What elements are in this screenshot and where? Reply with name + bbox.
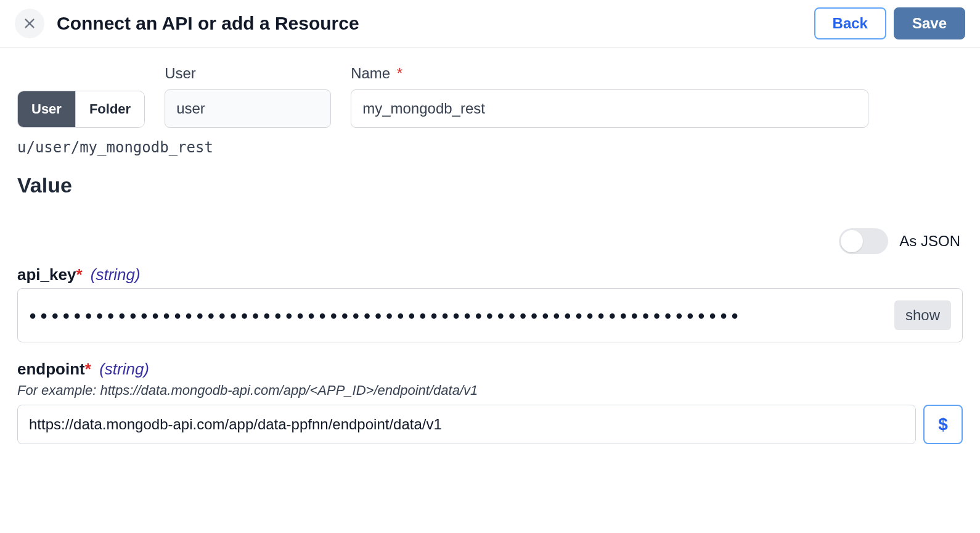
- api-key-type-hint: (string): [91, 265, 141, 284]
- header-actions: Back Save: [814, 7, 965, 39]
- api-key-label: api_key: [17, 265, 76, 284]
- show-api-key-button[interactable]: show: [894, 300, 951, 330]
- close-icon: [23, 17, 36, 30]
- name-field: Name *: [351, 65, 868, 128]
- api-key-field: api_key* (string) ●●●●●●●●●●●●●●●●●●●●●●…: [17, 265, 963, 342]
- endpoint-label: endpoint: [17, 360, 85, 378]
- endpoint-field: endpoint* (string) For example: https://…: [17, 360, 963, 444]
- close-button[interactable]: [15, 9, 44, 38]
- name-label: Name *: [351, 65, 868, 82]
- user-label: User: [165, 65, 331, 82]
- page-title: Connect an API or add a Resource: [57, 13, 802, 34]
- scope-segmented: User Folder: [17, 91, 145, 128]
- save-button[interactable]: Save: [894, 7, 965, 39]
- api-key-masked-value[interactable]: ●●●●●●●●●●●●●●●●●●●●●●●●●●●●●●●●●●●●●●●●…: [29, 309, 887, 321]
- api-key-required-mark: *: [76, 265, 82, 284]
- as-json-label: As JSON: [899, 233, 960, 250]
- endpoint-input[interactable]: [17, 405, 916, 444]
- scope-tab-folder[interactable]: Folder: [75, 91, 144, 127]
- name-label-text: Name: [351, 65, 390, 81]
- endpoint-required-mark: *: [85, 360, 91, 378]
- as-json-toggle[interactable]: [839, 228, 888, 254]
- user-field: User: [165, 65, 331, 128]
- user-input[interactable]: [165, 89, 331, 128]
- template-variable-button[interactable]: $: [923, 405, 963, 444]
- back-button[interactable]: Back: [814, 7, 886, 39]
- toggle-knob: [841, 230, 863, 252]
- endpoint-hint: For example: https://data.mongodb-api.co…: [17, 382, 963, 399]
- scope-tab-user[interactable]: User: [18, 91, 75, 127]
- name-required-mark: *: [397, 65, 402, 81]
- name-input[interactable]: [351, 89, 868, 128]
- value-heading: Value: [17, 173, 963, 197]
- scope-segmented-wrapper: User Folder: [17, 91, 145, 128]
- resource-path: u/user/my_mongodb_rest: [17, 139, 963, 156]
- endpoint-type-hint: (string): [99, 360, 149, 378]
